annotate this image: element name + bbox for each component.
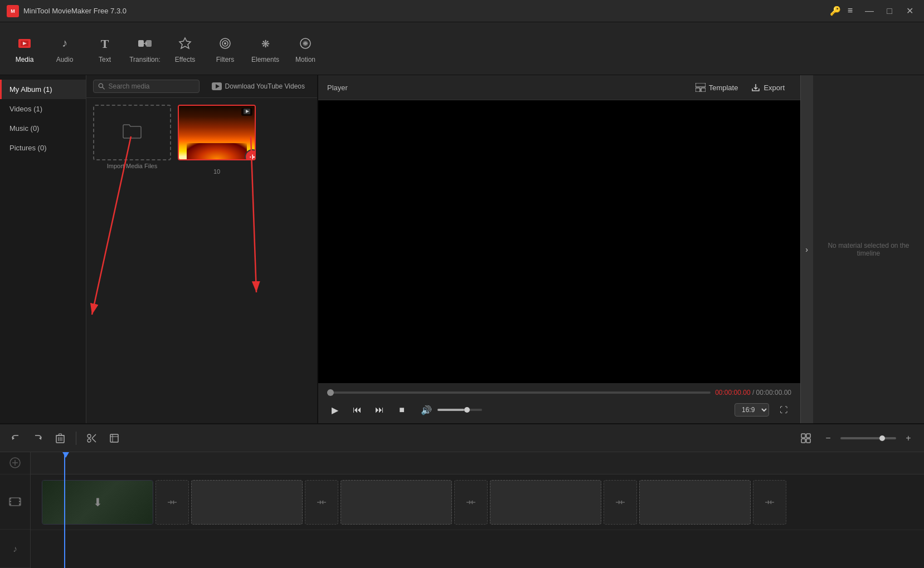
svg-text:M: M	[11, 8, 15, 14]
export-button[interactable]: Export	[745, 80, 791, 95]
audio-track-row	[31, 530, 924, 568]
window-controls: — □ ✕	[862, 3, 917, 19]
video-clip-empty-1[interactable]	[191, 480, 303, 525]
add-track-icon	[9, 457, 21, 469]
zoom-in-button[interactable]: +	[899, 429, 917, 447]
right-panel-toggle[interactable]: ›	[800, 75, 813, 423]
import-media-button[interactable]	[93, 105, 171, 160]
time-separator: /	[752, 389, 756, 396]
toolbar-media[interactable]: Media	[4, 26, 45, 71]
search-input[interactable]	[109, 82, 194, 90]
video-track-label	[0, 474, 30, 530]
aspect-ratio-select[interactable]: 16:9 9:16 1:1 4:3	[735, 403, 769, 417]
toolbar-effects[interactable]: Effects	[165, 26, 205, 71]
elements-icon: ❋	[255, 33, 275, 53]
video-track-row: ⬇	[31, 474, 924, 530]
sidebar-item-music[interactable]: Music (0)	[0, 119, 86, 138]
grid-view-button[interactable]	[797, 429, 815, 447]
title-bar: M MiniTool MovieMaker Free 7.3.0 🔑 ≡ — □…	[0, 0, 924, 22]
volume-track[interactable]	[437, 409, 482, 411]
toolbar-elements[interactable]: ❋ Elements	[245, 26, 285, 71]
svg-marker-26	[39, 437, 41, 440]
template-button[interactable]: Template	[689, 80, 745, 95]
app-title: MiniTool MovieMaker Free 7.3.0	[23, 7, 830, 15]
video-track-icon	[9, 496, 21, 508]
download-youtube-button[interactable]: Download YouTube Videos	[206, 80, 310, 93]
video-clip-empty-3[interactable]	[490, 480, 601, 525]
toolbar-filters[interactable]: Filters	[205, 26, 245, 71]
close-button[interactable]: ✕	[902, 3, 917, 19]
volume-slider: 🔊	[419, 402, 482, 418]
toolbar-motion[interactable]: Motion	[285, 26, 325, 71]
maximize-button[interactable]: □	[882, 3, 897, 19]
time-total: 00:00:00.00	[756, 389, 791, 396]
transition-slot-5[interactable]	[753, 480, 786, 525]
grid-icon	[801, 433, 811, 443]
audio-track-icon: ♪	[9, 543, 21, 554]
volume-handle[interactable]	[464, 407, 470, 413]
zoom-out-button[interactable]: −	[819, 429, 837, 447]
toolbar-transition[interactable]: Transition:	[125, 26, 165, 71]
transition-arrows-icon-2	[315, 497, 328, 508]
progress-handle[interactable]	[327, 389, 334, 396]
svg-line-31	[92, 434, 96, 438]
zoom-handle[interactable]	[879, 435, 885, 441]
svg-line-32	[92, 438, 96, 442]
svg-text:❋: ❋	[261, 38, 270, 50]
player-panel: Player Template Export 00:00:00.00 / 00:…	[318, 75, 800, 423]
delete-button[interactable]	[51, 429, 69, 447]
video-clip-filled[interactable]: ⬇	[42, 480, 153, 525]
transition-slot-4[interactable]	[604, 480, 637, 525]
menu-icon[interactable]: ≡	[848, 6, 853, 16]
fullscreen-button[interactable]: ⛶	[776, 402, 791, 418]
sidebar-item-my-album[interactable]: My Album (1)	[0, 80, 86, 99]
stop-button[interactable]: ■	[394, 402, 410, 418]
volume-icon[interactable]: 🔊	[419, 402, 434, 418]
svg-rect-7	[138, 40, 144, 47]
video-thumbnail[interactable]: +	[178, 105, 256, 160]
transition-slot-3[interactable]	[454, 480, 488, 525]
transition-slot-2[interactable]	[305, 480, 338, 525]
transition-arrows-icon-5	[763, 497, 776, 508]
svg-rect-49	[19, 498, 21, 500]
svg-rect-23	[696, 88, 700, 92]
add-track-button[interactable]	[0, 452, 30, 474]
timeline-toolbar: − +	[0, 424, 924, 452]
toolbar-audio[interactable]: ♪ Audio	[45, 26, 85, 71]
main-area: My Album (1) Videos (1) Music (0) Pictur…	[0, 75, 924, 423]
cut-button[interactable]	[83, 429, 101, 447]
left-panel: My Album (1) Videos (1) Music (0) Pictur…	[0, 75, 318, 423]
effects-label: Effects	[175, 56, 195, 63]
volume-fill	[437, 409, 464, 411]
redo-button[interactable]	[29, 429, 47, 447]
search-icon	[98, 82, 105, 90]
crop-icon	[109, 433, 119, 443]
sidebar-item-videos[interactable]: Videos (1)	[0, 99, 86, 119]
minimize-button[interactable]: —	[862, 3, 877, 19]
sidebar-item-pictures[interactable]: Pictures (0)	[0, 138, 86, 158]
effects-icon	[175, 33, 195, 53]
filters-label: Filters	[216, 56, 235, 63]
video-clip-empty-2[interactable]	[341, 480, 452, 525]
media-toolbar: Download YouTube Videos	[86, 75, 317, 98]
trash-icon	[56, 433, 65, 443]
right-panel: No material selected on the timeline	[813, 75, 924, 423]
play-button[interactable]: ▶	[327, 402, 343, 418]
text-label: Text	[99, 56, 111, 63]
no-material-text: No material selected on the timeline	[813, 75, 924, 423]
transition-arrows-icon-3	[465, 497, 477, 508]
crop-button[interactable]	[105, 429, 123, 447]
toolbar-text[interactable]: T Text	[85, 26, 125, 71]
progress-track[interactable]	[327, 391, 711, 394]
transition-slot-1[interactable]	[155, 480, 189, 525]
zoom-track[interactable]	[840, 437, 896, 439]
search-input-wrap[interactable]	[93, 80, 200, 93]
prev-frame-button[interactable]: ⏮	[349, 402, 365, 418]
video-clip-label: 10	[213, 168, 220, 175]
svg-point-16	[99, 84, 103, 87]
video-clip-empty-4[interactable]	[639, 480, 751, 525]
undo-button[interactable]	[7, 429, 25, 447]
key-icon[interactable]: 🔑	[830, 6, 841, 16]
filters-icon	[215, 33, 235, 53]
next-frame-button[interactable]: ⏭	[372, 402, 387, 418]
